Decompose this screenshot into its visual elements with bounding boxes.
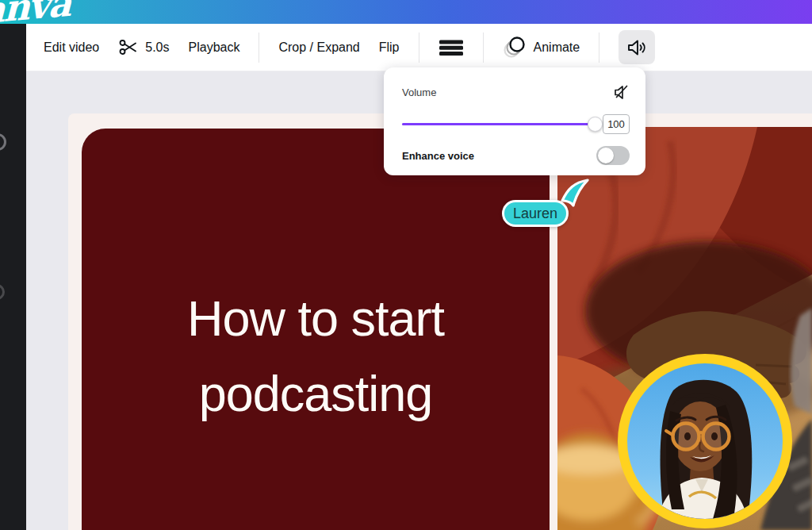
volume-value: 100	[607, 118, 625, 130]
enhance-voice-label: Enhance voice	[402, 150, 474, 162]
webcam-frame	[627, 363, 783, 519]
duration-label: 5.0s	[145, 40, 169, 55]
crop-expand-label: Crop / Expand	[278, 40, 359, 55]
edit-video-label: Edit video	[44, 40, 99, 55]
video-toolbar: Edit video 5.0s Playback Crop / Expand F…	[26, 24, 812, 71]
volume-slider[interactable]	[402, 123, 596, 125]
volume-slider-fill	[402, 123, 596, 125]
volume-popover: Volume 100 Enhance voice	[384, 67, 645, 175]
animate-button[interactable]: Animate	[503, 36, 580, 59]
playback-label: Playback	[189, 40, 240, 55]
sidebar-partial-icon	[0, 284, 5, 300]
toolbar-divider	[599, 33, 599, 63]
flip-label: Flip	[379, 40, 400, 55]
toggle-knob	[598, 148, 614, 163]
collaborator-name-badge: Lauren	[502, 200, 569, 227]
webcam-person	[627, 363, 783, 519]
sidebar-partial-icon	[0, 133, 6, 151]
enhance-voice-toggle[interactable]	[596, 146, 630, 165]
slide-title[interactable]: How to start podcasting	[82, 281, 550, 432]
scissors-icon	[118, 37, 138, 57]
volume-value-input[interactable]: 100	[603, 114, 630, 134]
slide-title-line1: How to start	[82, 281, 550, 356]
slide-element[interactable]: How to start podcasting	[82, 129, 550, 530]
edit-video-button[interactable]: Edit video	[44, 40, 99, 55]
speaker-icon	[626, 38, 647, 57]
adjust-menu-button[interactable]	[439, 38, 464, 57]
top-brand-bar: Canva	[0, 0, 812, 24]
playback-button[interactable]: Playback	[189, 40, 240, 55]
volume-title: Volume	[402, 86, 436, 98]
webcam-bubble[interactable]	[618, 354, 792, 528]
animate-icon	[503, 36, 527, 59]
volume-button-active[interactable]	[619, 30, 655, 64]
toolbar-divider	[483, 33, 484, 63]
toolbar-divider	[259, 33, 259, 63]
toolbar-divider	[419, 33, 419, 63]
animate-label: Animate	[534, 40, 580, 55]
menu-lines-icon	[439, 38, 464, 57]
crop-expand-button[interactable]: Crop / Expand	[278, 40, 359, 55]
trim-duration-button[interactable]: 5.0s	[118, 37, 169, 57]
collaborator-name: Lauren	[513, 205, 557, 222]
volume-slider-thumb[interactable]	[588, 117, 603, 132]
mute-icon[interactable]	[613, 84, 630, 101]
canva-logo[interactable]: Canva	[0, 0, 71, 24]
flip-button[interactable]: Flip	[379, 40, 400, 55]
left-sidebar-rail	[0, 24, 26, 530]
slide-title-line2: podcasting	[82, 356, 550, 432]
